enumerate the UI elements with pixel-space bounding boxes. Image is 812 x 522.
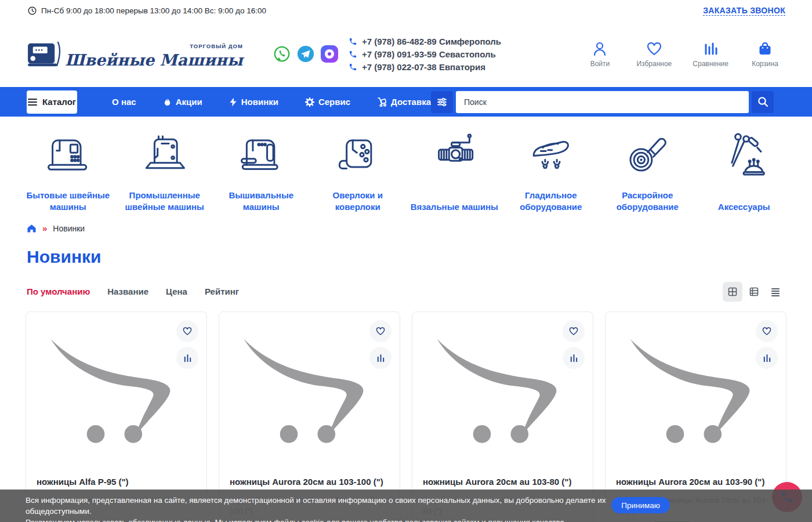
logo-title: Швейные Машины (65, 51, 243, 69)
heart-icon (375, 326, 386, 336)
wishlist-button[interactable] (563, 320, 585, 342)
cart-placeholder-icon (237, 332, 383, 452)
compare-button[interactable] (563, 347, 585, 369)
product-grid: ножницы Alfa P-95 (") Код товара: ножниц… (0, 296, 812, 522)
compare-button[interactable] (756, 347, 778, 369)
action-label: Войти (590, 60, 610, 68)
nav-item-promotions[interactable]: Акции (163, 97, 202, 107)
sort-price[interactable]: Цена (166, 287, 187, 296)
action-label: Корзина (752, 60, 778, 68)
whatsapp-icon[interactable] (273, 45, 291, 63)
phone-simferopol[interactable]: +7 (978) 86-482-89 Симферополь (349, 37, 501, 46)
category-label: Аксессуары (718, 201, 770, 213)
wishlist-button[interactable] (176, 320, 198, 342)
main-nav: Каталог О нас Акции Новинки Сервис Доста… (0, 87, 812, 117)
compare-button[interactable] (176, 347, 198, 369)
sort-name[interactable]: Название (107, 287, 148, 296)
telegram-icon[interactable] (297, 45, 314, 63)
heart-icon (182, 326, 193, 336)
category-overlock-machines[interactable]: Оверлоки и коверлоки (310, 125, 407, 213)
login-button[interactable]: Войти (584, 40, 615, 68)
grid-view-button[interactable] (723, 282, 742, 302)
overlock-machine-icon (332, 128, 383, 179)
home-icon[interactable] (27, 224, 37, 233)
search-input[interactable] (456, 91, 749, 113)
phone-sevastopol[interactable]: +7 (978) 091-93-59 Севастополь (349, 49, 501, 59)
heart-icon (762, 326, 772, 336)
category-embroidery-machines[interactable]: Вышивальные машины (213, 125, 310, 213)
clock-icon (28, 6, 37, 15)
phone-number: +7 (978) 022-07-38 (362, 62, 437, 72)
cookie-accept-button[interactable]: Принимаю (611, 497, 670, 513)
grid-view-icon (728, 287, 737, 296)
iron-icon (525, 128, 577, 179)
compare-icon (183, 353, 193, 363)
nav-item-about[interactable]: О нас (112, 97, 136, 107)
category-label: Гладильное оборудование (504, 190, 598, 213)
knitting-machine-icon (429, 128, 480, 179)
bolt-icon (229, 97, 237, 107)
nav-item-new[interactable]: Новинки (229, 97, 278, 107)
phone-city: Симферополь (439, 37, 501, 46)
sort-rating[interactable]: Рейтинг (205, 287, 239, 296)
hamburger-icon (28, 98, 37, 106)
category-cutting-equipment[interactable]: Раскройное оборудование (599, 125, 696, 213)
cart-placeholder-icon (430, 332, 576, 452)
wishlist-button[interactable] (756, 320, 778, 342)
breadcrumb-current: Новинки (53, 224, 85, 233)
page-title: Новинки (0, 233, 812, 267)
breadcrumb-separator: » (42, 223, 47, 233)
category-ironing-equipment[interactable]: Гладильное оборудование (503, 125, 600, 213)
cart-button[interactable]: Корзина (749, 40, 781, 68)
order-call-link[interactable]: ЗАКАЗАТЬ ЗВОНОК (703, 6, 785, 16)
phone-number: +7 (978) 091-93-59 (362, 49, 437, 59)
search-button[interactable] (752, 91, 774, 113)
search-group (431, 91, 774, 113)
compare-button[interactable] (369, 347, 392, 369)
phone-city: Евпатория (439, 62, 485, 72)
product-name[interactable]: ножницы Aurora 20см au 103-90 (") (606, 477, 786, 487)
category-industrial-machines[interactable]: Промышленные швейные машины (117, 125, 213, 213)
industrial-sewing-machine-icon (139, 128, 190, 179)
category-accessories[interactable]: Аксессуары (696, 125, 793, 213)
compare-button[interactable]: Сравнение (693, 40, 728, 68)
cookie-text: Вся информация, представленная на сайте,… (26, 495, 611, 522)
compare-icon (569, 353, 579, 363)
phone-evpatoria[interactable]: +7 (978) 022-07-38 Евпатория (349, 62, 501, 72)
list-view-button[interactable] (744, 282, 764, 302)
heart-icon (646, 40, 663, 57)
filter-button[interactable] (431, 91, 453, 113)
rotary-cutter-icon (622, 128, 673, 179)
sort-default[interactable]: По умолчанию (27, 287, 90, 296)
phone-icon (349, 37, 357, 46)
logo[interactable]: торговый дом Швейные Машины (26, 39, 243, 69)
phone-city: Севастополь (439, 49, 496, 59)
sort-row: По умолчанию Название Цена Рейтинг (0, 267, 812, 296)
category-knitting-machines[interactable]: Вязальные машины (406, 125, 503, 213)
flame-icon (163, 97, 172, 107)
product-name[interactable]: ножницы Aurora 20см au 103-80 (") (412, 477, 593, 487)
breadcrumb: » Новинки (0, 215, 812, 233)
cart-placeholder-icon (623, 332, 769, 452)
header: торговый дом Швейные Машины +7 (978) 86-… (0, 21, 812, 87)
messenger-icon[interactable] (321, 45, 338, 63)
nav-item-service[interactable]: Сервис (305, 97, 350, 107)
category-label: Вышивальные машины (214, 190, 308, 213)
category-row: Бытовые швейные машины Промышленные швей… (0, 117, 812, 215)
category-domestic-machines[interactable]: Бытовые швейные машины (20, 125, 117, 213)
product-name[interactable]: ножницы Aurora 20см au 103-100 (") (219, 477, 400, 487)
social-links (273, 45, 338, 63)
rows-view-button[interactable] (766, 282, 785, 302)
wishlist-button[interactable] (369, 320, 392, 342)
hand-truck-icon (377, 97, 387, 107)
cart-placeholder-icon (44, 332, 190, 452)
nav-item-delivery[interactable]: Доставка (377, 97, 431, 107)
rows-view-icon (771, 287, 780, 296)
embroidery-machine-icon (235, 128, 287, 179)
product-name[interactable]: ножницы Alfa P-95 (") (26, 477, 206, 487)
phone-icon (349, 50, 357, 59)
favorites-button[interactable]: Избранное (636, 40, 672, 68)
cookie-banner: Вся информация, представленная на сайте,… (0, 490, 812, 522)
catalog-button[interactable]: Каталог (27, 90, 77, 114)
heart-icon (568, 326, 579, 336)
